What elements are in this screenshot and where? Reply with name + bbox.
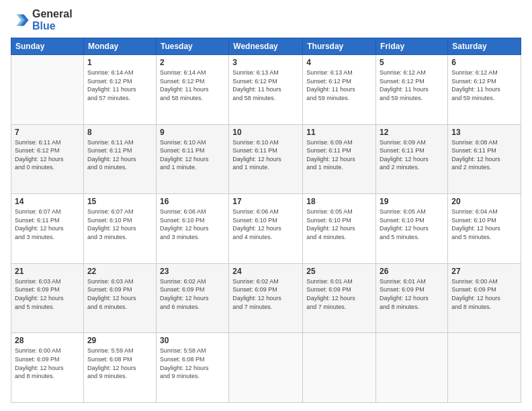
day-cell bbox=[11, 55, 84, 125]
day-cell: 27Sunrise: 6:00 AM Sunset: 6:09 PM Dayli… bbox=[448, 263, 521, 333]
day-cell: 18Sunrise: 6:05 AM Sunset: 6:10 PM Dayli… bbox=[303, 194, 376, 264]
day-info: Sunrise: 6:01 AM Sunset: 6:09 PM Dayligh… bbox=[380, 277, 444, 311]
day-number: 14 bbox=[15, 197, 80, 206]
day-cell: 28Sunrise: 6:00 AM Sunset: 6:09 PM Dayli… bbox=[11, 333, 84, 403]
day-info: Sunrise: 6:10 AM Sunset: 6:11 PM Dayligh… bbox=[232, 138, 299, 172]
day-cell: 17Sunrise: 6:06 AM Sunset: 6:10 PM Dayli… bbox=[229, 194, 303, 264]
day-info: Sunrise: 6:01 AM Sunset: 6:09 PM Dayligh… bbox=[306, 277, 372, 311]
day-info: Sunrise: 6:14 AM Sunset: 6:12 PM Dayligh… bbox=[160, 68, 225, 102]
day-cell: 14Sunrise: 6:07 AM Sunset: 6:11 PM Dayli… bbox=[11, 194, 84, 264]
page: General Blue SundayMondayTuesdayWednesda… bbox=[0, 0, 532, 411]
day-cell: 9Sunrise: 6:10 AM Sunset: 6:11 PM Daylig… bbox=[156, 124, 228, 194]
day-cell bbox=[303, 333, 376, 403]
day-number: 23 bbox=[160, 267, 225, 276]
day-cell: 4Sunrise: 6:13 AM Sunset: 6:12 PM Daylig… bbox=[303, 55, 376, 125]
day-number: 9 bbox=[160, 128, 225, 137]
logo-text: General Blue bbox=[32, 8, 73, 32]
day-number: 17 bbox=[232, 197, 299, 206]
logo-icon bbox=[11, 11, 30, 30]
calendar-body: 1Sunrise: 6:14 AM Sunset: 6:12 PM Daylig… bbox=[11, 55, 521, 403]
day-info: Sunrise: 6:07 AM Sunset: 6:11 PM Dayligh… bbox=[15, 208, 80, 241]
day-info: Sunrise: 6:09 AM Sunset: 6:11 PM Dayligh… bbox=[380, 138, 444, 172]
day-number: 28 bbox=[15, 336, 80, 345]
day-cell: 7Sunrise: 6:11 AM Sunset: 6:12 PM Daylig… bbox=[11, 124, 84, 194]
day-cell: 1Sunrise: 6:14 AM Sunset: 6:12 PM Daylig… bbox=[83, 55, 156, 125]
day-info: Sunrise: 6:11 AM Sunset: 6:11 PM Dayligh… bbox=[87, 138, 152, 172]
header-cell-sunday: Sunday bbox=[11, 38, 84, 55]
day-info: Sunrise: 6:11 AM Sunset: 6:12 PM Dayligh… bbox=[15, 138, 80, 172]
day-info: Sunrise: 6:10 AM Sunset: 6:11 PM Dayligh… bbox=[160, 138, 225, 172]
day-number: 18 bbox=[306, 197, 372, 206]
day-info: Sunrise: 6:12 AM Sunset: 6:12 PM Dayligh… bbox=[380, 68, 444, 102]
day-info: Sunrise: 6:13 AM Sunset: 6:12 PM Dayligh… bbox=[232, 68, 299, 102]
header-cell-friday: Friday bbox=[376, 38, 448, 55]
day-cell: 24Sunrise: 6:02 AM Sunset: 6:09 PM Dayli… bbox=[229, 263, 303, 333]
day-info: Sunrise: 6:03 AM Sunset: 6:09 PM Dayligh… bbox=[15, 277, 80, 311]
week-row-2: 14Sunrise: 6:07 AM Sunset: 6:11 PM Dayli… bbox=[11, 194, 521, 264]
day-cell: 30Sunrise: 5:58 AM Sunset: 6:08 PM Dayli… bbox=[156, 333, 228, 403]
day-info: Sunrise: 6:05 AM Sunset: 6:10 PM Dayligh… bbox=[380, 208, 444, 241]
day-cell: 8Sunrise: 6:11 AM Sunset: 6:11 PM Daylig… bbox=[83, 124, 156, 194]
day-cell: 23Sunrise: 6:02 AM Sunset: 6:09 PM Dayli… bbox=[156, 263, 228, 333]
day-cell: 25Sunrise: 6:01 AM Sunset: 6:09 PM Dayli… bbox=[303, 263, 376, 333]
day-number: 29 bbox=[87, 336, 152, 345]
day-number: 26 bbox=[380, 267, 444, 276]
week-row-3: 21Sunrise: 6:03 AM Sunset: 6:09 PM Dayli… bbox=[11, 263, 521, 333]
day-number: 13 bbox=[451, 128, 517, 137]
day-cell: 26Sunrise: 6:01 AM Sunset: 6:09 PM Dayli… bbox=[376, 263, 448, 333]
day-number: 11 bbox=[306, 128, 372, 137]
day-number: 15 bbox=[87, 197, 152, 206]
day-number: 6 bbox=[451, 58, 517, 67]
day-number: 27 bbox=[451, 267, 517, 276]
day-number: 4 bbox=[306, 58, 372, 67]
day-info: Sunrise: 6:14 AM Sunset: 6:12 PM Dayligh… bbox=[87, 68, 152, 102]
week-row-0: 1Sunrise: 6:14 AM Sunset: 6:12 PM Daylig… bbox=[11, 55, 521, 125]
day-cell bbox=[448, 333, 521, 403]
day-info: Sunrise: 6:06 AM Sunset: 6:10 PM Dayligh… bbox=[232, 208, 299, 241]
day-cell: 13Sunrise: 6:08 AM Sunset: 6:11 PM Dayli… bbox=[448, 124, 521, 194]
day-number: 19 bbox=[380, 197, 444, 206]
day-info: Sunrise: 5:59 AM Sunset: 6:08 PM Dayligh… bbox=[87, 347, 152, 380]
day-cell: 15Sunrise: 6:07 AM Sunset: 6:10 PM Dayli… bbox=[83, 194, 156, 264]
day-info: Sunrise: 5:58 AM Sunset: 6:08 PM Dayligh… bbox=[160, 347, 225, 380]
day-number: 8 bbox=[87, 128, 152, 137]
logo: General Blue bbox=[11, 8, 73, 32]
calendar-header: SundayMondayTuesdayWednesdayThursdayFrid… bbox=[11, 38, 521, 55]
day-info: Sunrise: 6:08 AM Sunset: 6:11 PM Dayligh… bbox=[451, 138, 517, 172]
day-cell: 22Sunrise: 6:03 AM Sunset: 6:09 PM Dayli… bbox=[83, 263, 156, 333]
day-cell: 21Sunrise: 6:03 AM Sunset: 6:09 PM Dayli… bbox=[11, 263, 84, 333]
day-cell: 2Sunrise: 6:14 AM Sunset: 6:12 PM Daylig… bbox=[156, 55, 228, 125]
day-number: 7 bbox=[15, 128, 80, 137]
day-info: Sunrise: 6:00 AM Sunset: 6:09 PM Dayligh… bbox=[451, 277, 517, 311]
day-cell bbox=[376, 333, 448, 403]
day-number: 25 bbox=[306, 267, 372, 276]
day-info: Sunrise: 6:03 AM Sunset: 6:09 PM Dayligh… bbox=[87, 277, 152, 311]
week-row-4: 28Sunrise: 6:00 AM Sunset: 6:09 PM Dayli… bbox=[11, 333, 521, 403]
day-number: 3 bbox=[232, 58, 299, 67]
day-number: 1 bbox=[87, 58, 152, 67]
day-info: Sunrise: 6:09 AM Sunset: 6:11 PM Dayligh… bbox=[306, 138, 372, 172]
day-cell: 6Sunrise: 6:12 AM Sunset: 6:12 PM Daylig… bbox=[448, 55, 521, 125]
day-cell: 3Sunrise: 6:13 AM Sunset: 6:12 PM Daylig… bbox=[229, 55, 303, 125]
day-cell: 16Sunrise: 6:06 AM Sunset: 6:10 PM Dayli… bbox=[156, 194, 228, 264]
day-info: Sunrise: 6:02 AM Sunset: 6:09 PM Dayligh… bbox=[160, 277, 225, 311]
header: General Blue bbox=[11, 8, 521, 32]
header-cell-tuesday: Tuesday bbox=[156, 38, 228, 55]
header-cell-wednesday: Wednesday bbox=[229, 38, 303, 55]
day-cell: 20Sunrise: 6:04 AM Sunset: 6:10 PM Dayli… bbox=[448, 194, 521, 264]
day-number: 22 bbox=[87, 267, 152, 276]
day-cell: 11Sunrise: 6:09 AM Sunset: 6:11 PM Dayli… bbox=[303, 124, 376, 194]
day-info: Sunrise: 6:02 AM Sunset: 6:09 PM Dayligh… bbox=[232, 277, 299, 311]
header-row: SundayMondayTuesdayWednesdayThursdayFrid… bbox=[11, 38, 521, 55]
day-number: 16 bbox=[160, 197, 225, 206]
day-cell: 19Sunrise: 6:05 AM Sunset: 6:10 PM Dayli… bbox=[376, 194, 448, 264]
header-cell-monday: Monday bbox=[83, 38, 156, 55]
week-row-1: 7Sunrise: 6:11 AM Sunset: 6:12 PM Daylig… bbox=[11, 124, 521, 194]
day-cell: 10Sunrise: 6:10 AM Sunset: 6:11 PM Dayli… bbox=[229, 124, 303, 194]
header-cell-thursday: Thursday bbox=[303, 38, 376, 55]
day-number: 20 bbox=[451, 197, 517, 206]
day-number: 2 bbox=[160, 58, 225, 67]
day-info: Sunrise: 6:12 AM Sunset: 6:12 PM Dayligh… bbox=[451, 68, 517, 102]
day-info: Sunrise: 6:00 AM Sunset: 6:09 PM Dayligh… bbox=[15, 347, 80, 380]
day-number: 5 bbox=[380, 58, 444, 67]
